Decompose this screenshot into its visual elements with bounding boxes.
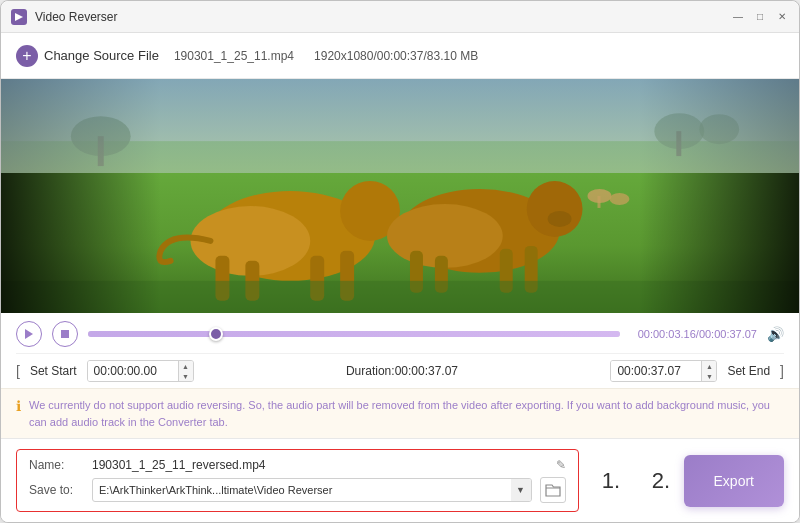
- change-source-button[interactable]: + Change Source File: [16, 41, 159, 71]
- duration-label: Duration:00:00:37.07: [204, 364, 601, 378]
- end-time-spinners: ▲ ▼: [701, 361, 716, 381]
- warning-row: ℹ We currently do not support audio reve…: [1, 388, 799, 438]
- save-path-dropdown-btn[interactable]: ▼: [511, 479, 531, 501]
- stop-button[interactable]: [52, 321, 78, 347]
- name-label: Name:: [29, 458, 84, 472]
- save-path-dropdown[interactable]: ▼: [92, 478, 532, 502]
- add-icon: +: [16, 45, 38, 67]
- app-icon: [11, 9, 27, 25]
- export-button[interactable]: Export: [684, 455, 784, 507]
- file-info: 190301_1_25_11.mp4 1920x1080/00:00:37/83…: [174, 49, 478, 63]
- start-time-down[interactable]: ▼: [179, 371, 193, 381]
- edit-name-icon[interactable]: ✎: [556, 458, 566, 472]
- svg-rect-30: [61, 330, 69, 338]
- total-time: 00:00:37.07: [699, 328, 757, 340]
- time-display: 00:00:03.16/00:00:37.07: [638, 328, 757, 340]
- bracket-end-icon: ]: [780, 363, 784, 379]
- end-time-up[interactable]: ▲: [702, 361, 716, 371]
- file-details: 1920x1080/00:00:37/83.10 MB: [314, 49, 478, 63]
- close-button[interactable]: ✕: [775, 10, 789, 24]
- svg-point-20: [527, 181, 583, 237]
- video-preview-area: [1, 79, 799, 313]
- bottom-section: Name: 190301_1_25_11_reversed.mp4 ✎ Save…: [1, 438, 799, 522]
- svg-rect-9: [598, 196, 601, 208]
- play-button[interactable]: [16, 321, 42, 347]
- start-time-input[interactable]: [88, 361, 178, 381]
- main-window: Video Reverser — □ ✕ + Change Source Fil…: [0, 0, 800, 523]
- bracket-start-icon: [: [16, 363, 20, 379]
- svg-point-21: [548, 211, 572, 227]
- timeline[interactable]: [88, 321, 620, 347]
- file-name: 190301_1_25_11.mp4: [174, 49, 294, 63]
- step2-badge: 2.: [644, 468, 679, 494]
- output-filename: 190301_1_25_11_reversed.mp4: [92, 458, 548, 472]
- bottom-right: 2. Export: [644, 455, 784, 507]
- warning-icon: ℹ: [16, 398, 21, 414]
- start-time-spinners: ▲ ▼: [178, 361, 193, 381]
- title-bar-left: Video Reverser: [11, 9, 118, 25]
- volume-button[interactable]: 🔊: [767, 326, 784, 342]
- name-row: Name: 190301_1_25_11_reversed.mp4 ✎: [29, 458, 566, 472]
- warning-text: We currently do not support audio revers…: [29, 397, 784, 430]
- end-time-down[interactable]: ▼: [702, 371, 716, 381]
- svg-marker-0: [15, 13, 23, 21]
- save-to-row: Save to: ▼: [29, 477, 566, 503]
- minimize-button[interactable]: —: [731, 10, 745, 24]
- svg-marker-29: [25, 329, 33, 339]
- set-start-label: Set Start: [30, 364, 77, 378]
- playback-row: 00:00:03.16/00:00:37.07 🔊: [16, 321, 784, 347]
- start-time-up[interactable]: ▲: [179, 361, 193, 371]
- save-to-label: Save to:: [29, 483, 84, 497]
- window-controls: — □ ✕: [731, 10, 789, 24]
- controls-section: 00:00:03.16/00:00:37.07 🔊 [ Set Start ▲ …: [1, 313, 799, 388]
- timeline-thumb[interactable]: [209, 327, 223, 341]
- output-info-box: Name: 190301_1_25_11_reversed.mp4 ✎ Save…: [16, 449, 579, 512]
- title-bar: Video Reverser — □ ✕: [1, 1, 799, 33]
- step1-badge: 1.: [594, 468, 629, 494]
- change-source-label: Change Source File: [44, 48, 159, 63]
- start-time-input-group[interactable]: ▲ ▼: [87, 360, 194, 382]
- app-title: Video Reverser: [35, 10, 118, 24]
- trim-row: [ Set Start ▲ ▼ Duration:00:00:37.07 ▲ ▼…: [16, 353, 784, 388]
- set-end-label: Set End: [727, 364, 770, 378]
- toolbar: + Change Source File 190301_1_25_11.mp4 …: [1, 33, 799, 79]
- timeline-selected-range: [88, 331, 620, 337]
- end-time-input-group[interactable]: ▲ ▼: [610, 360, 717, 382]
- timeline-track[interactable]: [88, 331, 620, 337]
- save-path-input[interactable]: [93, 481, 511, 499]
- browse-folder-button[interactable]: [540, 477, 566, 503]
- video-frame: [1, 79, 799, 313]
- svg-point-10: [609, 193, 629, 205]
- current-time: 00:00:03.16: [638, 328, 696, 340]
- maximize-button[interactable]: □: [753, 10, 767, 24]
- end-time-input[interactable]: [611, 361, 701, 381]
